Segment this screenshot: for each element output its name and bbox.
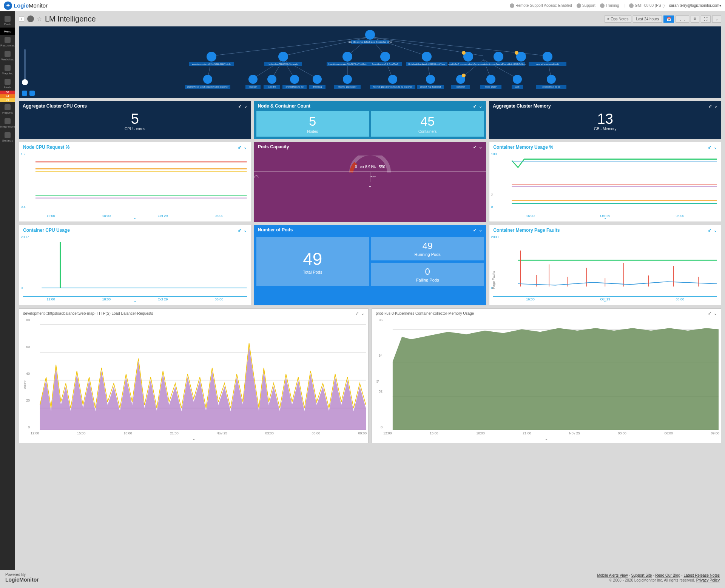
- dashboard-grid: gke-k8s-demo-default-pool-8eece21e-wj4g …: [15, 26, 725, 570]
- expand-icon[interactable]: ⤢: [238, 228, 241, 233]
- footer-link-support[interactable]: Support Site: [631, 573, 652, 577]
- expand-icon[interactable]: ⤢: [473, 104, 477, 109]
- chevron-down-icon[interactable]: ⌄: [479, 104, 482, 109]
- nav-resources[interactable]: Resources: [0, 35, 15, 49]
- cluster-memory-widget[interactable]: Aggregate Cluster Memory ⤢⌄ 13 GB - Memo…: [489, 101, 721, 139]
- ops-notes-button[interactable]: ▶Ops Notes: [605, 15, 631, 23]
- time-range-button[interactable]: Last 24 hours: [633, 15, 662, 23]
- favorite-star-icon[interactable]: ☆: [37, 16, 42, 22]
- remote-access-label: Remote Support Access: Enabled: [510, 3, 572, 8]
- chevron-down-icon[interactable]: ⌄: [479, 228, 482, 232]
- chevron-down-icon[interactable]: ⌄: [714, 104, 717, 109]
- nav-mapping[interactable]: Mapping: [0, 63, 15, 77]
- ytick: 32: [373, 389, 383, 393]
- expand-icon[interactable]: ⤢: [708, 104, 712, 109]
- xtick: Oct 29: [600, 297, 610, 301]
- pods-capacity-widget[interactable]: Pods Capacity ⤢⌄ 0 🏷 8.91% 550 ◠: [254, 142, 486, 222]
- collapse-icon[interactable]: ⌄: [19, 436, 368, 443]
- number-of-pods-widget[interactable]: Number of Pods ⤢⌄ 49Total Pods 49Running…: [254, 225, 486, 305]
- expand-icon[interactable]: ⤢: [473, 228, 477, 232]
- svg-point-30: [248, 75, 258, 84]
- powered-by-label: Powered By: [5, 573, 39, 577]
- chevron-down-icon[interactable]: ⌄: [361, 311, 364, 316]
- svg-text:sidecar: sidecar: [249, 86, 256, 88]
- chevron-down-icon[interactable]: ⌄: [244, 104, 247, 109]
- containers-value: 45: [371, 114, 484, 129]
- collapse-icon[interactable]: ⌄: [372, 436, 721, 443]
- gauge-tab-2[interactable]: 〰: [370, 172, 486, 182]
- container-memory-usage-widget[interactable]: Container Memory Usage % ⤢⌄ 100 0 %: [489, 142, 721, 222]
- failing-pods-label: Failing Pods: [371, 278, 484, 282]
- resources-icon: [5, 37, 11, 43]
- svg-point-32: [290, 75, 299, 84]
- svg-point-33: [313, 75, 322, 84]
- y-axis-label: count: [23, 380, 27, 389]
- collector-memory-chart-widget[interactable]: prod-k8s-0-Kubernetes Container-collecto…: [372, 308, 721, 443]
- chevron-down-icon[interactable]: ⌄: [714, 228, 717, 233]
- cpu-cores-widget[interactable]: Aggregate Cluster CPU Cores ⤢⌄ 5 CPU - c…: [19, 101, 251, 139]
- nav-integrations[interactable]: Integrations: [0, 116, 15, 130]
- nav-menu[interactable]: Menu: [0, 28, 15, 35]
- badge-critical[interactable]: 58: [0, 91, 15, 94]
- widget-title: prod-k8s-0-Kubernetes Container-collecto…: [376, 311, 474, 316]
- nav-reports[interactable]: Reports: [0, 102, 15, 116]
- privacy-link[interactable]: Privacy Policy: [696, 578, 720, 582]
- ytick-max: 1.2: [21, 152, 26, 156]
- support-link[interactable]: Support: [577, 3, 595, 8]
- badge-error[interactable]: 44: [0, 94, 15, 98]
- expand-icon[interactable]: ⤢: [238, 145, 241, 150]
- timezone-label[interactable]: GMT-08:00 (PST): [629, 3, 665, 8]
- nav-websites[interactable]: Websites: [0, 49, 15, 63]
- toolbar-btn-4[interactable]: ⛶: [701, 15, 711, 23]
- footer-link-releases[interactable]: Latest Release Notes: [683, 573, 720, 577]
- svg-text:fluentd-gcp-scaler-59b7b75cd7-: fluentd-gcp-scaler-59b7b75cd7-4d7v4: [328, 63, 367, 65]
- node-cpu-request-widget[interactable]: Node CPU Request % ⤢⌄ 1.2 0.4 12:00 18:: [19, 142, 251, 222]
- expand-icon[interactable]: ⤢: [708, 311, 711, 316]
- training-link[interactable]: Training: [600, 3, 619, 8]
- ytick: 20: [20, 399, 30, 402]
- xtick: 18:00: [102, 297, 111, 301]
- expand-icon[interactable]: ⤢: [708, 145, 711, 150]
- expand-icon[interactable]: ⤢: [355, 311, 359, 316]
- gauge-tab-1[interactable]: ◠: [254, 172, 370, 182]
- expand-sidebar-button[interactable]: ›: [19, 16, 24, 22]
- toolbar-btn-3[interactable]: ⧉: [691, 15, 699, 23]
- expand-icon[interactable]: ⤢: [473, 145, 477, 149]
- xtick: 18:00: [476, 431, 485, 435]
- calendar-button[interactable]: 📅: [663, 15, 674, 23]
- chevron-down-icon[interactable]: ⌄: [714, 145, 717, 150]
- chevron-down-icon[interactable]: ⌄: [244, 145, 247, 150]
- chevron-down-icon[interactable]: ⌄: [714, 311, 717, 316]
- xtick: 12:00: [46, 297, 55, 301]
- chevron-down-icon[interactable]: ⌄: [244, 228, 247, 233]
- lb-requests-chart-widget[interactable]: development-::httpsloadbalancer:web-map-…: [19, 308, 369, 443]
- footer-link-blog[interactable]: Read Our Blog: [655, 573, 680, 577]
- nav-settings[interactable]: Settings: [0, 130, 15, 144]
- collapse-icon[interactable]: ⌄: [254, 182, 486, 190]
- ytick: 40: [20, 372, 30, 376]
- nav-alerts[interactable]: Alerts: [0, 77, 15, 91]
- expand-icon[interactable]: ⤢: [238, 104, 242, 109]
- expand-icon[interactable]: ⤢: [708, 228, 711, 233]
- xtick: 16:00: [526, 214, 535, 218]
- svg-point-41: [462, 51, 466, 55]
- nav-dash[interactable]: Dash: [0, 14, 15, 28]
- toolbar-more-button[interactable]: ⌄: [712, 15, 721, 23]
- badge-warning[interactable]: 94: [0, 98, 15, 102]
- svg-line-1: [283, 37, 370, 56]
- svg-point-36: [426, 75, 435, 84]
- container-cpu-usage-widget[interactable]: Container CPU Usage ⤢⌄ 200P 0 12:00 18:0…: [19, 225, 251, 305]
- widget-title: Container Memory Page Faults: [493, 228, 560, 233]
- user-menu[interactable]: sarah.terry@logicmonitor.com ▾: [669, 3, 721, 8]
- memory-value: 13: [489, 112, 721, 126]
- memory-label: GB - Memory: [489, 127, 721, 131]
- container-memory-page-faults-widget[interactable]: Container Memory Page Faults ⤢⌄ 2000 0 P…: [489, 225, 721, 305]
- topology-map-widget[interactable]: gke-k8s-demo-default-pool-8eece21e-wj4g …: [19, 26, 721, 98]
- widget-title: Aggregate Cluster Memory: [493, 103, 551, 109]
- logo[interactable]: ✦ LogicMonitor: [4, 2, 48, 10]
- svg-text:web: web: [515, 86, 520, 88]
- footer-link-mobile[interactable]: Mobile Alerts View: [597, 573, 628, 577]
- chevron-down-icon[interactable]: ⌄: [479, 145, 482, 149]
- toolbar-btn-2[interactable]: ⋮⋮: [676, 15, 689, 23]
- node-container-count-widget[interactable]: Node & Container Count ⤢⌄ 5Nodes 45Conta…: [254, 101, 486, 139]
